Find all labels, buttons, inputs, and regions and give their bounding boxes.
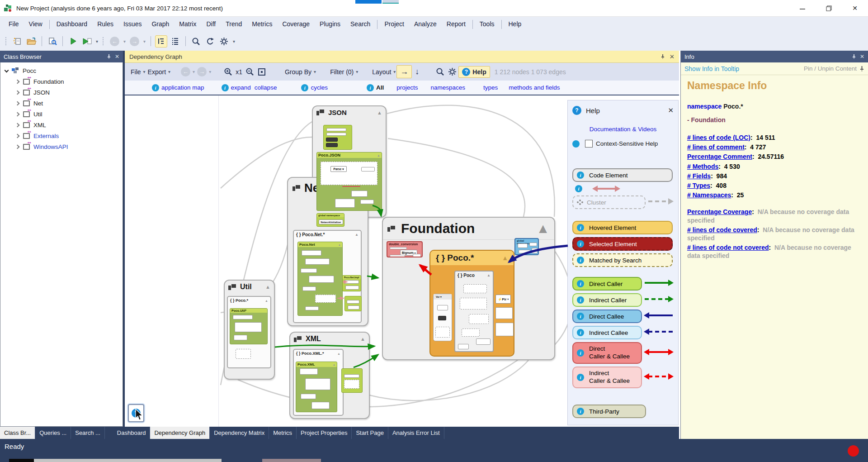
navigate-forward-button[interactable]: → bbox=[128, 35, 141, 48]
metric-label[interactable]: # lines of comment bbox=[687, 143, 745, 151]
pin-icon[interactable] bbox=[107, 54, 111, 59]
info-icon[interactable]: i bbox=[577, 280, 584, 287]
chevron-right-icon[interactable] bbox=[15, 90, 20, 95]
minimize-button[interactable] bbox=[789, 0, 816, 16]
tree-item-foundation[interactable]: ⁺⁺Foundation bbox=[0, 76, 123, 87]
legend-pill-matched-by-search[interactable]: iMatched by Search bbox=[572, 253, 673, 267]
pin-icon[interactable] bbox=[660, 54, 665, 59]
quick-link-label[interactable]: namespaces bbox=[430, 84, 465, 91]
info-icon[interactable]: i bbox=[577, 408, 584, 415]
group-by-dropdown[interactable]: Group By bbox=[285, 68, 311, 76]
metric-label[interactable]: # lines of code (LOC) bbox=[687, 134, 750, 141]
menu-item-dashboard[interactable]: Dashboard bbox=[52, 17, 93, 32]
quick-link-application-map[interactable]: iapplication map bbox=[152, 84, 204, 91]
menu-item-report[interactable]: Report bbox=[442, 17, 471, 32]
collapse-icon[interactable]: ▲ bbox=[337, 352, 340, 355]
menu-item-coverage[interactable]: Coverage bbox=[277, 17, 315, 32]
legend-pill-selected-element[interactable]: iSelected Element bbox=[572, 237, 673, 251]
tab-search-[interactable]: Search ... bbox=[71, 427, 105, 439]
graph-node-parse[interactable]: Parse ▾ bbox=[330, 166, 347, 172]
show-info-in-tooltip-link[interactable]: Show Info in Tooltip bbox=[684, 65, 739, 72]
toolbar-grip[interactable] bbox=[103, 37, 105, 45]
navigate-back-button[interactable]: ← bbox=[108, 35, 121, 48]
menu-item-search[interactable]: Search bbox=[345, 17, 375, 32]
chevron-right-icon[interactable] bbox=[15, 144, 20, 149]
info-icon[interactable]: i bbox=[577, 349, 584, 357]
documentation-videos-link[interactable]: Documentation & Videos bbox=[572, 126, 674, 133]
search-project-button[interactable] bbox=[46, 35, 58, 48]
tab-dependency-matrix[interactable]: Dependency Matrix bbox=[210, 427, 269, 439]
menu-item-diff[interactable]: Diff bbox=[201, 17, 221, 32]
metric-label[interactable]: # Fields bbox=[687, 172, 711, 180]
graph-search-button[interactable] bbox=[434, 66, 446, 78]
chevron-right-icon[interactable] bbox=[15, 101, 20, 105]
tree-item-xml[interactable]: ⁺⁺XML bbox=[0, 119, 123, 130]
quick-link-types[interactable]: types bbox=[483, 84, 498, 91]
info-icon[interactable]: i bbox=[577, 224, 584, 231]
tab-dashboard[interactable]: Dashboard bbox=[113, 427, 151, 439]
graph-node-poco-util[interactable]: Poco.Util* bbox=[230, 308, 268, 344]
help-toggle-button[interactable]: ?Help bbox=[458, 66, 490, 78]
menu-item-view[interactable]: View bbox=[24, 17, 47, 32]
graph-node-poco-net[interactable]: Poco.Net▲ bbox=[297, 242, 343, 316]
chevron-right-icon[interactable] bbox=[15, 133, 20, 138]
layout-vertical-button[interactable]: ↓ bbox=[412, 66, 422, 78]
fit-to-view-button[interactable] bbox=[256, 66, 268, 78]
tree-item-externals[interactable]: ⁺⁺Externals bbox=[0, 130, 123, 141]
tab-dependency-graph[interactable]: Dependency Graph bbox=[150, 427, 210, 439]
metric-label[interactable]: Percentage Comment bbox=[687, 153, 752, 160]
tree-item-windowsapi[interactable]: ⁺⁺WindowsAPI bbox=[0, 141, 123, 152]
collapse-icon[interactable]: ▲ bbox=[265, 284, 270, 290]
info-icon[interactable]: i bbox=[577, 240, 584, 248]
menu-item-tools[interactable]: Tools bbox=[475, 17, 500, 32]
graph-forward-button[interactable]: → bbox=[196, 66, 208, 78]
info-icon[interactable]: i bbox=[577, 329, 584, 336]
chevron-right-icon[interactable] bbox=[15, 79, 20, 84]
tab-start-page[interactable]: Start Page bbox=[352, 427, 388, 439]
analysis-status-indicator[interactable] bbox=[848, 445, 859, 457]
graph-node-small[interactable] bbox=[236, 349, 251, 359]
graph-node-pir[interactable]: ⚡Pir ▾ bbox=[495, 295, 511, 304]
info-icon[interactable]: i bbox=[577, 257, 584, 264]
legend-pill-direct[interactable]: iDirectCaller & Callee bbox=[572, 342, 642, 364]
quick-link-label[interactable]: application map bbox=[161, 84, 204, 91]
tree-item-json[interactable]: ⁺⁺JSON bbox=[0, 87, 123, 98]
menu-item-analyze[interactable]: Analyze bbox=[409, 17, 442, 32]
settings-gear-button[interactable] bbox=[218, 35, 230, 48]
file-menu-button[interactable]: File bbox=[131, 68, 141, 76]
tab-metrics[interactable]: Metrics bbox=[269, 427, 297, 439]
legend-pill-indirect-caller[interactable]: iIndirect Caller bbox=[572, 293, 642, 307]
legend-pill-indirect-callee[interactable]: iIndirect Callee bbox=[572, 326, 642, 339]
tree-root-pocc[interactable]: Pocc bbox=[0, 65, 123, 76]
tab-queries-[interactable]: Queries ... bbox=[35, 427, 71, 439]
zoom-in-button[interactable] bbox=[222, 66, 234, 78]
legend-pill-hovered-element[interactable]: iHovered Element bbox=[572, 221, 673, 234]
quick-link-expand[interactable]: iexpand bbox=[222, 84, 251, 91]
collapse-icon[interactable]: ▲ bbox=[536, 221, 550, 236]
filter-dropdown[interactable]: Filter (0) bbox=[330, 68, 354, 76]
search-button[interactable] bbox=[190, 35, 202, 48]
graph-node-poco-xml[interactable]: Poco.XML▲ bbox=[296, 362, 337, 412]
legend-pill-third-party[interactable]: iThird-Party bbox=[572, 405, 646, 418]
legend-pill-direct-callee[interactable]: iDirect Callee bbox=[572, 310, 642, 323]
graph-back-button[interactable]: ← bbox=[179, 66, 192, 78]
collapse-icon[interactable]: ▲ bbox=[338, 243, 341, 246]
quick-link-label[interactable]: types bbox=[483, 84, 498, 91]
menu-item-issues[interactable]: Issues bbox=[118, 17, 146, 32]
metric-label[interactable]: # Namespaces bbox=[687, 191, 731, 199]
collapse-icon[interactable]: ▲ bbox=[502, 254, 508, 262]
run-analysis-button[interactable] bbox=[67, 35, 79, 48]
quick-link-methods-and-fields[interactable]: methods and fields bbox=[509, 84, 560, 91]
close-button[interactable]: ✕ bbox=[842, 0, 868, 16]
collapse-icon[interactable]: ▲ bbox=[377, 110, 382, 115]
legend-pill-direct-caller[interactable]: iDirect Caller bbox=[572, 277, 642, 291]
collapse-icon[interactable]: ▲ bbox=[360, 336, 365, 342]
metric-label[interactable]: # Types bbox=[687, 182, 710, 189]
metric-label[interactable]: Percentage Coverage bbox=[687, 208, 752, 215]
menu-item-graph[interactable]: Graph bbox=[146, 17, 174, 32]
restore-button[interactable] bbox=[816, 0, 842, 16]
info-icon[interactable]: i bbox=[575, 185, 582, 192]
export-menu-button[interactable]: Export bbox=[148, 68, 166, 76]
new-analysis-button[interactable] bbox=[11, 35, 24, 48]
info-icon[interactable]: i bbox=[577, 171, 584, 179]
